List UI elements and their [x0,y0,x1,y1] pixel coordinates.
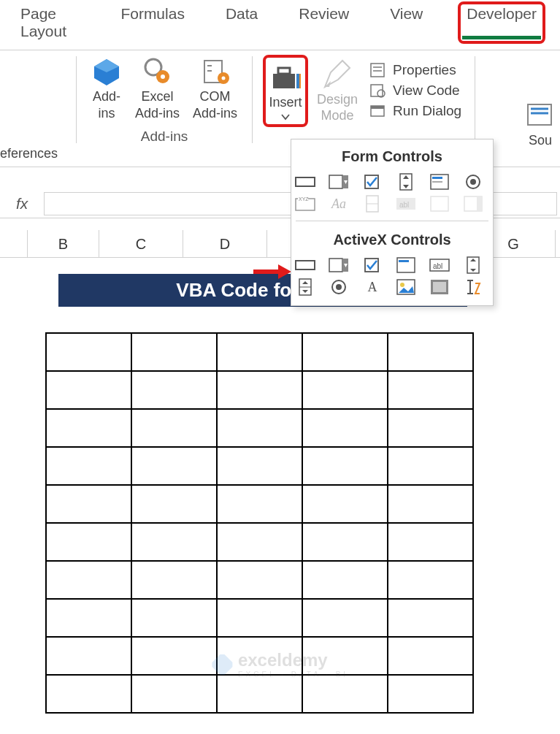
properties-button[interactable]: Properties [367,61,464,80]
toolbox-icon [269,61,302,93]
form-textfield-icon: abl [394,194,418,213]
svg-rect-17 [371,85,383,96]
run-dialog-button[interactable]: Run Dialog [367,102,464,121]
excel-addins-label: Excel Add-ins [135,88,180,121]
addins-icon [91,56,122,87]
gear-addins-icon [142,56,173,87]
design-mode-icon [321,58,354,90]
svg-rect-11 [278,68,290,74]
svg-rect-13 [299,74,301,88]
activex-more-icon[interactable] [461,278,486,297]
run-dialog-label: Run Dialog [393,103,461,119]
group-separator [252,56,253,143]
activex-label-icon[interactable]: A [360,278,385,297]
svg-rect-41 [431,196,448,211]
source-label: Sou [529,132,552,149]
insert-label: Insert [269,94,302,111]
watermark-name: exceldemy [238,650,348,670]
view-code-button[interactable]: View Code [367,81,464,100]
tab-developer[interactable]: Developer [458,1,545,44]
tab-review[interactable]: Review [299,5,349,40]
group-separator [76,56,77,143]
svg-rect-44 [296,261,315,269]
form-button-icon[interactable] [293,172,318,191]
col-header-d[interactable]: D [183,230,267,257]
svg-text:abl: abl [433,262,442,270]
activex-combobox-icon[interactable] [326,256,351,275]
form-groupbox-icon[interactable]: XYZ [293,194,318,213]
source-button[interactable]: Sou [521,99,560,150]
svg-point-9 [221,77,225,80]
svg-rect-21 [528,104,551,125]
tab-page-layout[interactable]: Page Layout [20,5,80,40]
insert-button[interactable]: Insert [263,55,308,127]
svg-rect-20 [371,106,384,109]
activex-checkbox-icon[interactable] [360,256,385,275]
svg-rect-24 [296,177,315,186]
tab-formulas[interactable]: Formulas [120,5,185,40]
watermark-logo-icon [212,654,232,675]
group-label-addins: Add-ins [141,129,188,145]
form-option-icon[interactable] [461,172,486,191]
com-addins-button[interactable]: COM Add-ins [188,55,242,123]
svg-text:abl: abl [399,201,409,209]
properties-label: Properties [393,62,456,78]
design-mode-button[interactable]: Design Mode [312,56,362,126]
fx-label[interactable]: fx [0,195,44,213]
svg-point-33 [470,179,476,185]
watermark-tagline: EXCEL · DATA · BI [238,670,348,678]
form-dropdown-disabled-icon [461,194,486,213]
svg-rect-25 [329,175,342,188]
form-spinner-icon[interactable] [394,172,418,191]
group-separator [475,56,475,143]
activex-image-icon[interactable] [394,278,418,297]
properties-icon [369,62,386,78]
red-arrow-annotation [252,261,293,282]
svg-point-4 [161,74,165,79]
tab-view[interactable]: View [390,5,423,40]
form-label-icon: Aa [326,194,351,213]
form-controls-heading: Form Controls [291,145,493,172]
col-header-c[interactable]: C [99,230,183,257]
com-addins-label: COM Add-ins [193,88,237,121]
view-code-icon [369,83,386,99]
svg-rect-61 [212,654,232,675]
form-combo-disabled-icon [427,194,452,213]
activex-textbox-icon[interactable]: abl [427,256,452,275]
form-combobox-icon[interactable] [326,172,351,191]
chevron-down-icon [281,112,290,121]
svg-rect-43 [477,196,482,211]
svg-rect-30 [432,177,442,179]
activex-toggle-icon[interactable] [427,278,452,297]
dropdown-separator [296,221,488,221]
svg-rect-14 [371,64,384,77]
form-checkbox-icon[interactable] [360,172,385,191]
references-button[interactable]: eferences [0,146,69,161]
source-icon [525,100,556,131]
svg-point-56 [336,284,342,290]
activex-spinner-icon[interactable] [293,278,318,297]
design-mode-label: Design Mode [317,91,358,124]
svg-point-58 [400,283,404,287]
form-scrollbar-icon [360,194,385,213]
svg-rect-12 [296,74,299,88]
activex-option-icon[interactable] [326,278,351,297]
activex-listbox-icon[interactable] [394,256,418,275]
svg-rect-45 [329,259,342,272]
run-dialog-icon [369,103,386,119]
addins-label: Add- ins [93,88,120,121]
activex-controls-heading: ActiveX Controls [291,229,493,256]
group-addins: Add- ins Excel Add-ins COM Add-ins Add-i… [80,55,249,145]
excel-addins-button[interactable]: Excel Add-ins [131,55,184,123]
select-all-corner[interactable] [0,230,28,257]
form-listbox-icon[interactable] [427,172,452,191]
view-code-label: View Code [393,83,460,99]
addins-button[interactable]: Add- ins [87,55,126,123]
insert-controls-dropdown: Form Controls XYZ Aa abl ActiveX Control… [291,139,494,306]
activex-button-icon[interactable] [293,256,318,275]
tab-data[interactable]: Data [226,5,258,40]
activex-scrollbar-icon[interactable] [461,256,486,275]
svg-text:XYZ: XYZ [299,196,309,202]
col-header-b[interactable]: B [28,230,99,257]
com-addins-icon [200,56,231,87]
